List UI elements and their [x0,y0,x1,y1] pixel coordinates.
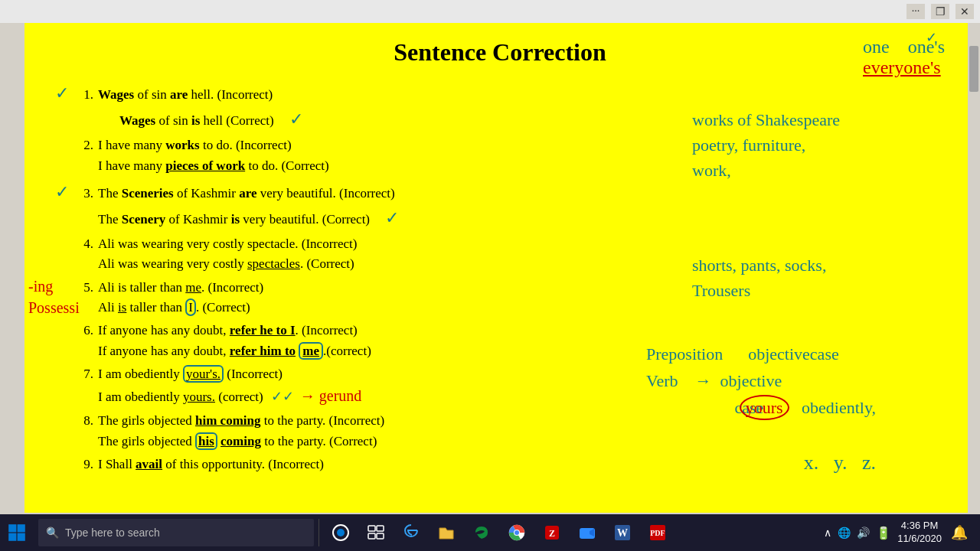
search-bar[interactable]: 🔍 Type here to search [38,519,314,546]
clock-time: 4:36 PM [897,520,942,533]
vertical-scrollbar[interactable] [968,23,980,513]
svg-rect-6 [368,526,375,531]
edge2-icon[interactable] [465,514,498,551]
list-item: 5. Ali is taller than me. (Incorrect) Al… [55,278,945,318]
svg-text:PDF: PDF [650,529,665,537]
svg-rect-9 [377,533,384,539]
scrollbar-thumb[interactable] [969,46,978,92]
svg-text:W: W [617,527,628,539]
svg-rect-1 [18,524,25,532]
network-icon[interactable]: 🌐 [836,525,852,541]
list-item: 4. Ali was wearing very costly spectacle… [55,234,945,275]
list-item: 7. I am obediently your's. (Incorrect) I… [55,364,945,408]
svg-rect-8 [368,533,375,539]
corrections-list: ✓ 1. Wages of sin are hell. (Incorrect) … [55,80,945,475]
restore-btn[interactable]: ❐ [931,4,949,19]
list-item: ✓ 3. The Sceneries of Kashmir are very b… [55,179,945,231]
tray-icons: ∧ 🌐 🔊 🔋 [822,524,893,542]
svg-point-5 [337,529,345,536]
close-btn[interactable]: ✕ [956,4,974,19]
edge-browser-icon[interactable] [394,514,428,551]
slide-area: Sentence Correction ✓ 1. Wages of sin ar… [24,23,968,513]
list-item: 9. I Shall avail of this opportunity. (I… [55,455,945,474]
system-tray: ∧ 🌐 🔊 🔋 4:36 PM 11/6/2020 🔔 [822,514,980,551]
sound-icon[interactable]: 🔊 [855,525,871,541]
word-icon[interactable]: W [606,514,639,551]
svg-text:Z: Z [549,528,555,539]
svg-rect-3 [18,533,25,541]
task-view-button[interactable] [359,514,393,551]
taskbar: 🔍 Type here to search [0,514,980,551]
cortana-button[interactable] [324,514,358,551]
svg-rect-0 [8,524,16,532]
list-item: 6. If anyone has any doubt, refer he to … [55,321,945,361]
title-bar: ··· ❐ ✕ [0,0,980,23]
chevron-tray-icon[interactable]: ∧ [822,525,833,541]
start-button[interactable] [0,514,34,551]
file-explorer-icon[interactable] [430,514,463,551]
clock[interactable]: 4:36 PM 11/6/2020 [897,520,942,546]
taskbar-divider [318,519,319,546]
app-red-icon[interactable]: Z [535,514,569,551]
slide-content: Sentence Correction ✓ 1. Wages of sin ar… [24,23,968,513]
list-item: 8. The girls objected him coming to the … [55,411,945,452]
zoom-icon[interactable] [570,514,604,551]
battery-icon[interactable]: 🔋 [874,524,893,542]
list-item: ✓ 1. Wages of sin are hell. (Incorrect) … [55,80,945,132]
svg-point-12 [514,530,519,535]
notification-icon[interactable]: 🔔 [946,523,972,543]
svg-rect-2 [8,533,16,541]
search-icon: 🔍 [46,527,59,540]
more-options-btn[interactable]: ··· [906,4,925,19]
search-placeholder: Type here to search [65,527,160,539]
chrome-icon[interactable] [500,514,534,551]
svg-rect-7 [377,526,384,531]
clock-date: 11/6/2020 [897,533,942,546]
list-item: 2. I have many works to do. (Incorrect) … [55,135,945,176]
pdf-icon[interactable]: PDF [641,514,675,551]
slide-title: Sentence Correction [55,38,945,67]
